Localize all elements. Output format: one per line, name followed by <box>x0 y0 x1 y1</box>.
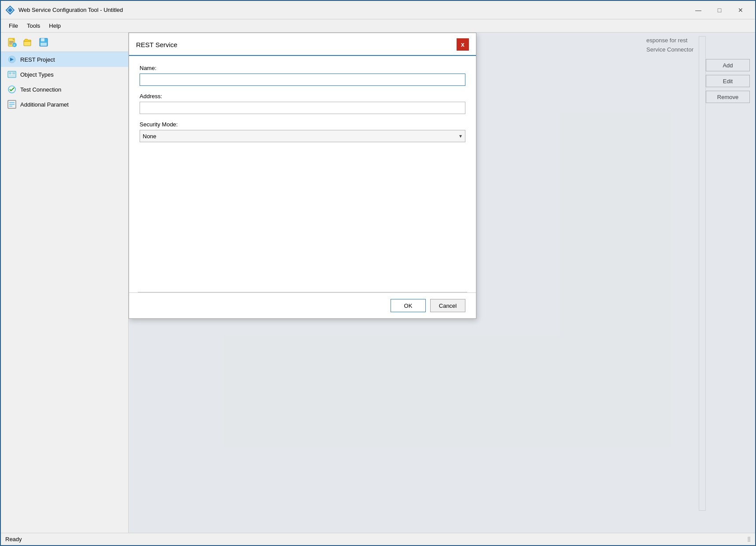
sidebar-item-test-connection[interactable]: Test Connection <box>1 82 128 97</box>
dialog-footer: OK Cancel <box>129 292 476 318</box>
open-icon <box>23 37 33 47</box>
minimize-button[interactable]: — <box>688 4 708 17</box>
rest-service-dialog: REST Service x Name: Address: <box>129 33 476 319</box>
maximize-button[interactable]: □ <box>709 4 730 17</box>
save-icon <box>39 37 48 47</box>
svg-rect-17 <box>12 72 15 74</box>
footer-spacer <box>140 299 386 312</box>
dialog-body: Name: Address: Security Mode: <box>129 56 476 151</box>
new-icon: + <box>7 37 17 47</box>
right-panel: esponse for rest Service Connector Add E… <box>129 33 755 533</box>
name-field-group: Name: <box>140 65 465 86</box>
window-title: Web Service Configuration Tool - Untitle… <box>18 7 688 13</box>
svg-text:+: + <box>13 43 15 47</box>
address-field-group: Address: <box>140 93 465 114</box>
security-mode-select-wrapper: None Basic NTLM OAuth <box>140 130 465 142</box>
dialog-header: REST Service x <box>129 33 476 56</box>
dialog-close-button[interactable]: x <box>457 38 469 51</box>
security-mode-field-group: Security Mode: None Basic NTLM OAuth <box>140 121 465 142</box>
name-label: Name: <box>140 65 465 71</box>
rest-project-icon <box>7 55 17 64</box>
close-button[interactable]: ✕ <box>730 4 751 17</box>
sidebar-item-test-connection-label: Test Connection <box>20 86 61 93</box>
sidebar-item-object-types[interactable]: Object Types <box>1 67 128 82</box>
name-input[interactable] <box>140 74 465 86</box>
sidebar-item-additional-params[interactable]: Additional Paramet <box>1 97 128 112</box>
sidebar-item-rest-project-label: REST Project <box>20 56 55 63</box>
app-icon <box>5 5 15 15</box>
svg-rect-18 <box>9 75 15 77</box>
security-mode-label: Security Mode: <box>140 121 465 128</box>
additional-params-icon <box>7 100 17 109</box>
security-mode-select[interactable]: None Basic NTLM OAuth <box>140 130 465 142</box>
menu-file[interactable]: File <box>4 21 22 31</box>
ok-button[interactable]: OK <box>391 299 426 312</box>
toolbar: + <box>1 33 128 52</box>
menu-bar: File Tools Help <box>1 19 755 33</box>
menu-help[interactable]: Help <box>44 21 65 31</box>
address-label: Address: <box>140 93 465 100</box>
svg-rect-13 <box>41 43 47 46</box>
status-text: Ready <box>5 536 747 542</box>
status-bar: Ready ⣿ <box>1 533 755 545</box>
sidebar: + <box>1 33 129 533</box>
svg-rect-12 <box>41 38 44 41</box>
app-window: Web Service Configuration Tool - Untitle… <box>0 0 756 546</box>
status-icon: ⣿ <box>747 536 751 542</box>
open-button[interactable] <box>20 35 35 50</box>
window-controls: — □ ✕ <box>688 4 751 17</box>
dialog-overlay: REST Service x Name: Address: <box>129 33 755 533</box>
svg-rect-16 <box>9 72 11 74</box>
cancel-button[interactable]: Cancel <box>430 299 465 312</box>
content-area: + <box>1 33 755 533</box>
test-connection-icon <box>7 85 17 94</box>
dialog-body-spacer <box>129 151 476 292</box>
new-button[interactable]: + <box>4 35 19 50</box>
menu-tools[interactable]: Tools <box>22 21 44 31</box>
save-button[interactable] <box>36 35 51 50</box>
address-input[interactable] <box>140 102 465 114</box>
object-types-icon <box>7 70 17 79</box>
sidebar-item-additional-params-label: Additional Paramet <box>20 101 69 108</box>
sidebar-item-rest-project[interactable]: REST Project <box>1 52 128 67</box>
sidebar-item-object-types-label: Object Types <box>20 71 54 78</box>
dialog-title: REST Service <box>136 41 177 48</box>
title-bar: Web Service Configuration Tool - Untitle… <box>1 1 755 19</box>
